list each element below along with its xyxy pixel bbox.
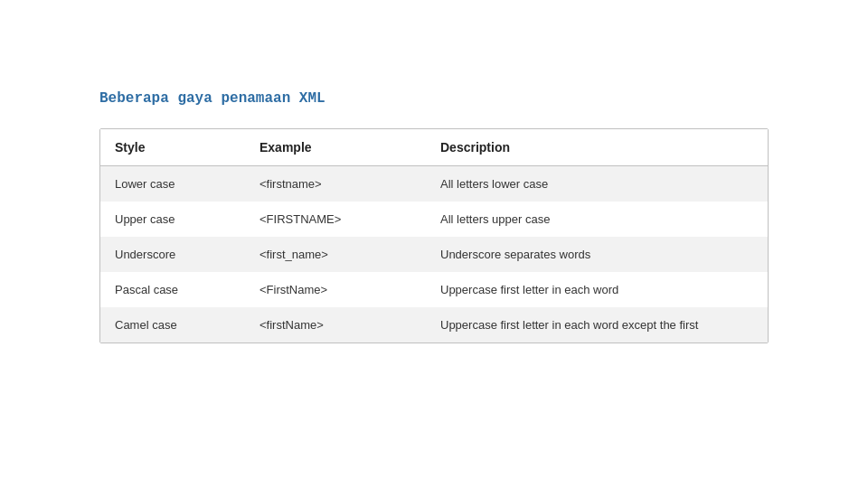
table-row: Lower case<firstname>All letters lower c… — [100, 166, 768, 202]
page-container: Beberapa gaya penamaan XML Style Example… — [0, 0, 868, 380]
cell-style: Pascal case — [100, 272, 245, 307]
table-row: Underscore<first_name>Underscore separat… — [100, 237, 768, 272]
col-header-description: Description — [426, 129, 768, 166]
table-row: Pascal case<FirstName>Uppercase first le… — [100, 272, 768, 307]
table-row: Upper case<FIRSTNAME>All letters upper c… — [100, 202, 768, 237]
cell-description: All letters upper case — [426, 202, 768, 237]
cell-example: <first_name> — [245, 237, 426, 272]
cell-example: <FIRSTNAME> — [245, 202, 426, 237]
cell-style: Upper case — [100, 202, 245, 237]
col-header-style: Style — [100, 129, 245, 166]
cell-style: Underscore — [100, 237, 245, 272]
cell-example: <FirstName> — [245, 272, 426, 307]
col-header-example: Example — [245, 129, 426, 166]
table-row: Camel case<firstName>Uppercase first let… — [100, 307, 768, 343]
cell-description: Uppercase first letter in each word exce… — [426, 307, 768, 343]
naming-table: Style Example Description Lower case<fir… — [100, 129, 768, 343]
cell-style: Lower case — [100, 166, 245, 202]
table-header-row: Style Example Description — [100, 129, 768, 166]
cell-description: Underscore separates words — [426, 237, 768, 272]
table-wrapper: Style Example Description Lower case<fir… — [99, 128, 769, 343]
cell-description: All letters lower case — [426, 166, 768, 202]
cell-description: Uppercase first letter in each word — [426, 272, 768, 307]
cell-example: <firstName> — [245, 307, 426, 343]
page-title: Beberapa gaya penamaan XML — [99, 90, 769, 107]
cell-style: Camel case — [100, 307, 245, 343]
cell-example: <firstname> — [245, 166, 426, 202]
